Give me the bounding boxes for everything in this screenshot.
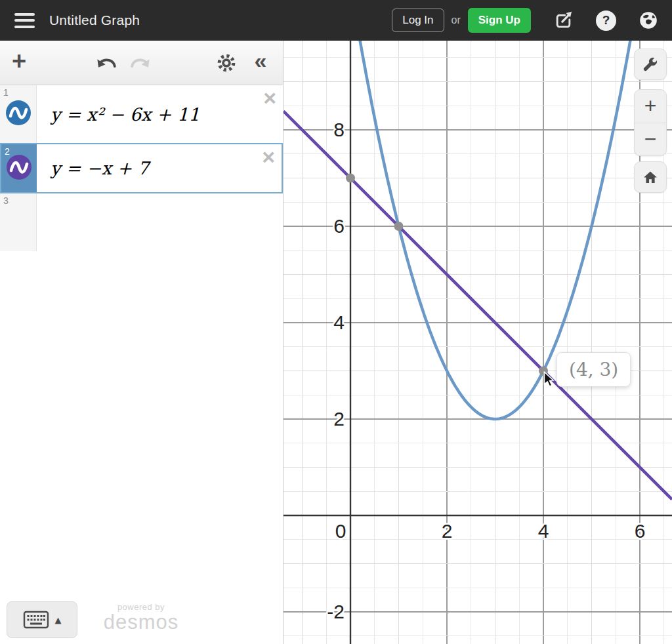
zoom-in-button[interactable]: +	[635, 90, 666, 123]
equation-text: y = x² − 6x + 11	[51, 104, 200, 125]
or-label: or	[452, 14, 461, 26]
zoom-out-button[interactable]: −	[635, 123, 666, 155]
show-keyboard-button[interactable]: ▲	[7, 601, 77, 638]
expression-toolbar: + «	[0, 41, 283, 85]
main-menu-icon[interactable]	[14, 13, 35, 28]
y-axis-tick-label: 6	[333, 215, 345, 237]
intersection-point[interactable]	[346, 173, 355, 182]
redo-button[interactable]	[123, 41, 156, 85]
login-button[interactable]: Log In	[392, 9, 444, 32]
minus-icon: −	[644, 127, 657, 151]
x-axis-tick-label: 2	[442, 520, 453, 542]
curve-style-icon[interactable]	[5, 100, 32, 129]
help-glyph: ?	[602, 13, 610, 28]
collapse-panel-button[interactable]: «	[243, 41, 278, 85]
home-icon	[642, 169, 659, 186]
plus-icon: +	[644, 94, 657, 118]
curve-style-icon[interactable]	[6, 154, 32, 183]
plus-icon: +	[12, 47, 26, 75]
expression-input-3[interactable]	[37, 193, 283, 251]
expression-input-2[interactable]: y = −x + 7 ×	[37, 144, 282, 192]
expression-gutter-2: 2	[1, 144, 37, 192]
expression-row-2-selected: 2 y = −x + 7 ×	[0, 143, 283, 193]
equation-text: y = −x + 7	[51, 158, 149, 178]
desmos-logo: desmos	[98, 612, 184, 634]
x-axis-tick-label: 6	[635, 520, 646, 542]
y-axis-tick-label: 8	[333, 119, 345, 140]
expression-number: 1	[3, 87, 9, 98]
wrench-icon	[642, 56, 659, 73]
graph-title[interactable]: Untitled Graph	[49, 12, 140, 28]
intersection-point[interactable]	[394, 222, 404, 231]
delete-expression-icon[interactable]: ×	[263, 87, 276, 109]
intersection-point[interactable]	[539, 366, 548, 375]
delete-expression-icon[interactable]: ×	[262, 146, 275, 168]
settings-button[interactable]	[209, 41, 243, 85]
zoom-controls: + −	[634, 89, 667, 156]
x-axis-tick-label: 4	[538, 520, 549, 542]
y-axis-tick-label: 2	[333, 408, 345, 430]
expression-gutter-1: 1	[0, 85, 37, 143]
add-expression-button[interactable]: +	[0, 41, 38, 85]
redo-icon	[129, 54, 151, 71]
desmos-watermark: powered by desmos	[98, 602, 184, 634]
collapse-chevrons-icon: «	[255, 48, 267, 73]
globe-icon[interactable]	[638, 10, 659, 31]
x-axis-tick-label: 0	[335, 520, 346, 542]
graph-canvas[interactable]: 02468642-2	[284, 41, 672, 644]
expression-row-3-empty[interactable]: 3	[0, 193, 283, 251]
help-icon[interactable]: ?	[596, 10, 616, 31]
expression-number: 3	[3, 195, 9, 206]
signup-button[interactable]: Sign Up	[468, 8, 531, 33]
curve-linear[interactable]	[284, 111, 672, 500]
expression-row-1: 1 y = x² − 6x + 11 ×	[0, 85, 283, 143]
keyboard-icon	[23, 611, 49, 629]
expression-panel: + « 1	[0, 41, 284, 644]
undo-icon	[96, 54, 118, 71]
undo-button[interactable]	[91, 41, 123, 85]
expression-gutter-3: 3	[0, 193, 37, 251]
share-icon[interactable]	[553, 10, 574, 31]
y-axis-tick-label: 4	[333, 312, 345, 333]
chevron-up-icon: ▲	[55, 615, 62, 625]
graph-settings-button[interactable]	[634, 49, 667, 80]
topbar: Untitled Graph Log In or Sign Up ?	[0, 0, 672, 41]
gear-icon	[215, 52, 238, 74]
graph-area[interactable]: 02468642-2 (4, 3) + −	[284, 41, 672, 644]
expression-input-1[interactable]: y = x² − 6x + 11 ×	[37, 85, 283, 143]
point-tooltip: (4, 3)	[556, 352, 631, 387]
default-view-button[interactable]	[634, 161, 667, 193]
y-axis-tick-label: -2	[327, 601, 345, 622]
